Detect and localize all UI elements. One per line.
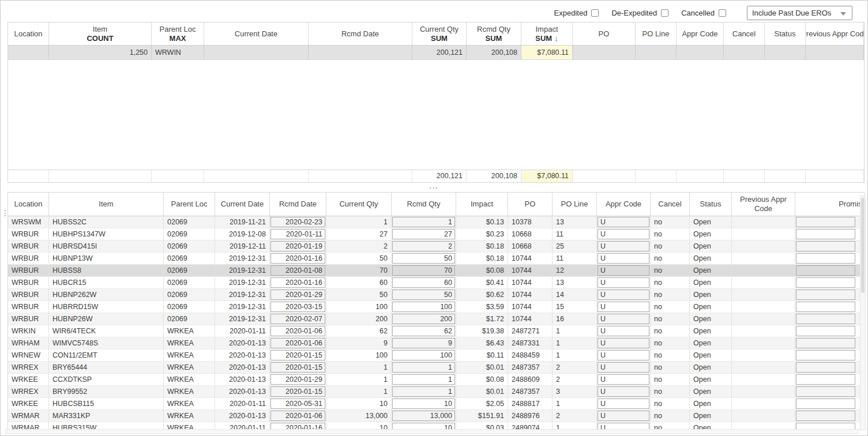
rcmd-qty-input[interactable]: 27 — [392, 229, 455, 239]
rcmd-qty-input[interactable]: 50 — [392, 290, 455, 300]
rcmd-date-input[interactable]: 2020-01-06 — [270, 411, 325, 421]
col-header-impact[interactable]: ImpactSUM↓ — [521, 22, 573, 45]
grid-splitter[interactable]: ⋯ — [1, 183, 867, 192]
col-header-status[interactable]: Status — [765, 22, 806, 45]
promise-date-input[interactable] — [796, 314, 855, 324]
col-header-po-line[interactable]: PO Line — [636, 22, 677, 45]
promise-date-input[interactable] — [796, 302, 855, 312]
rcmd-qty-input[interactable]: 1 — [392, 374, 455, 385]
col-header-cancel[interactable]: Cancel — [651, 193, 690, 216]
rcmd-date-input[interactable]: 2020-01-15 — [270, 350, 325, 360]
table-row[interactable]: WRKEEHUBCSB115WRKEA2020-01-112020-05-311… — [8, 398, 864, 410]
col-header-rcmd-qty[interactable]: Rcmd QtySUM — [467, 22, 521, 45]
rcmd-date-input[interactable]: 2020-01-19 — [270, 241, 325, 251]
col-header-appr-code[interactable]: Appr Code — [597, 193, 651, 216]
table-row[interactable]: WRHAMWIMVC5748SWRKEA2020-01-132020-01-06… — [8, 337, 864, 349]
rcmd-qty-input[interactable]: 2 — [392, 241, 455, 251]
col-header-po-line[interactable]: PO Line — [553, 193, 597, 216]
table-row[interactable]: WRKEECCXDTKSPWRKEA2020-01-132020-01-2911… — [8, 374, 864, 386]
checkbox[interactable] — [719, 9, 726, 17]
row-drag-handle-icon[interactable]: ⋮ — [1, 211, 9, 216]
rcmd-date-input[interactable]: 2020-01-15 — [270, 362, 325, 373]
appr-code-input[interactable]: U — [598, 241, 649, 251]
table-row[interactable]: WRREXBRY65444WRKEA2020-01-132020-01-1511… — [8, 362, 864, 374]
rcmd-date-input[interactable]: 2020-01-06 — [270, 326, 325, 336]
table-row[interactable]: WRNEWCON11/2EMTWRKEA2020-01-132020-01-15… — [8, 349, 864, 362]
rcmd-qty-input[interactable]: 1 — [392, 362, 455, 373]
table-row[interactable]: WRBURHUBSS8020692019-12-312020-01-087070… — [8, 265, 864, 277]
promise-date-input[interactable] — [796, 241, 855, 251]
rcmd-qty-input[interactable]: 70 — [392, 265, 455, 276]
col-header-rcmd-date[interactable]: Rcmd Date — [309, 22, 412, 45]
horizontal-scrollbar[interactable] — [5, 429, 858, 434]
appr-code-input[interactable]: U — [598, 362, 649, 373]
table-row[interactable]: WRBURHUBHPS1347W020692019-12-082020-01-1… — [8, 228, 864, 240]
appr-code-input[interactable]: U — [598, 338, 649, 348]
table-row[interactable]: WRREXBRY99552WRKEA2020-01-132020-01-1511… — [8, 386, 864, 398]
rcmd-date-input[interactable]: 2020-01-29 — [270, 290, 325, 300]
promise-date-input[interactable] — [796, 362, 855, 373]
appr-code-input[interactable]: U — [598, 253, 649, 264]
vertical-scrollbar-thumb[interactable] — [861, 198, 865, 293]
appr-code-input[interactable]: U — [598, 326, 649, 336]
appr-code-input[interactable]: U — [598, 386, 649, 397]
rcmd-qty-input[interactable]: 13,000 — [392, 411, 455, 421]
promise-date-input[interactable] — [796, 374, 855, 385]
summary-group-row[interactable]: 1,250WRWIN200,121200,108$7,080.11 — [8, 46, 864, 60]
appr-code-input[interactable]: U — [598, 411, 649, 421]
appr-code-input[interactable]: U — [598, 350, 649, 360]
appr-code-input[interactable]: U — [598, 229, 649, 239]
promise-date-input[interactable] — [796, 326, 855, 336]
col-header-parent-loc[interactable]: Parent LocMAX — [152, 22, 204, 45]
rcmd-date-input[interactable]: 2020-03-15 — [270, 302, 325, 312]
appr-code-input[interactable]: U — [598, 302, 649, 312]
rcmd-date-input[interactable]: 2020-05-31 — [270, 399, 325, 409]
rcmd-qty-input[interactable]: 200 — [392, 314, 455, 324]
rcmd-qty-input[interactable]: 100 — [392, 350, 455, 360]
promise-date-input[interactable] — [796, 386, 855, 397]
rcmd-date-input[interactable]: 2020-01-16 — [270, 253, 325, 264]
col-header-current-date[interactable]: Current Date — [215, 193, 270, 216]
col-header-rcmd-date[interactable]: Rcmd Date — [270, 193, 326, 216]
col-header-parent-loc[interactable]: Parent Loc — [164, 193, 215, 216]
table-row[interactable]: WRBURHUBNP13W020692019-12-312020-01-1650… — [8, 253, 864, 265]
promise-date-input[interactable] — [796, 338, 855, 348]
promise-date-input[interactable] — [796, 350, 855, 360]
col-header-previous-appr-code[interactable]: Previous Appr Code — [732, 193, 795, 216]
promise-date-input[interactable] — [796, 277, 855, 288]
table-row[interactable]: WRBURHUBRRD15W020692019-12-312020-03-151… — [8, 301, 864, 313]
rcmd-qty-input[interactable]: 9 — [392, 338, 455, 348]
col-header-previous-appr-code[interactable]: Previous Appr Code — [806, 22, 864, 45]
col-header-appr-code[interactable]: Appr Code — [677, 22, 724, 45]
col-header-impact[interactable]: Impact — [456, 193, 508, 216]
col-header-item[interactable]: Item — [49, 193, 164, 216]
table-row[interactable]: WRBURHUBNP26W020692019-12-312020-02-0720… — [8, 313, 864, 325]
table-row[interactable]: WRBURHUBRSD415I020692019-12-112020-01-19… — [8, 240, 864, 253]
col-header-status[interactable]: Status — [690, 193, 732, 216]
rcmd-qty-input[interactable]: 1 — [392, 386, 455, 397]
rcmd-date-input[interactable]: 2020-02-23 — [270, 217, 325, 227]
rcmd-qty-input[interactable]: 1 — [392, 217, 455, 227]
rcmd-date-input[interactable]: 2020-01-16 — [270, 277, 325, 288]
col-header-current-qty[interactable]: Current Qty — [326, 193, 392, 216]
promise-date-input[interactable] — [796, 290, 855, 300]
filter-cancelled[interactable]: Cancelled — [681, 9, 726, 17]
appr-code-input[interactable]: U — [598, 290, 649, 300]
promise-date-input[interactable] — [796, 399, 855, 409]
rcmd-date-input[interactable]: 2020-01-29 — [270, 374, 325, 385]
col-header-rcmd-qty[interactable]: Rcmd Qty — [392, 193, 456, 216]
checkbox[interactable] — [591, 9, 599, 17]
past-due-eros-dropdown[interactable]: Include Past Due EROs — [747, 6, 852, 20]
filter-de-expedited[interactable]: De-Expedited — [611, 9, 668, 17]
promise-date-input[interactable] — [796, 265, 855, 276]
checkbox[interactable] — [661, 9, 668, 17]
rcmd-qty-input[interactable]: 10 — [392, 399, 455, 409]
appr-code-input[interactable]: U — [598, 277, 649, 288]
rcmd-date-input[interactable]: 2020-01-11 — [270, 229, 325, 239]
appr-code-input[interactable]: U — [598, 314, 649, 324]
filter-expedited[interactable]: Expedited — [554, 9, 599, 17]
table-row[interactable]: WRMARMAR331KPWRKEA2020-01-132020-01-0613… — [8, 410, 864, 422]
promise-date-input[interactable] — [796, 217, 855, 227]
col-header-location[interactable]: Location — [8, 193, 49, 216]
table-row[interactable]: WRKINWIR6/4TECKWRKEA2020-01-112020-01-06… — [8, 325, 864, 337]
